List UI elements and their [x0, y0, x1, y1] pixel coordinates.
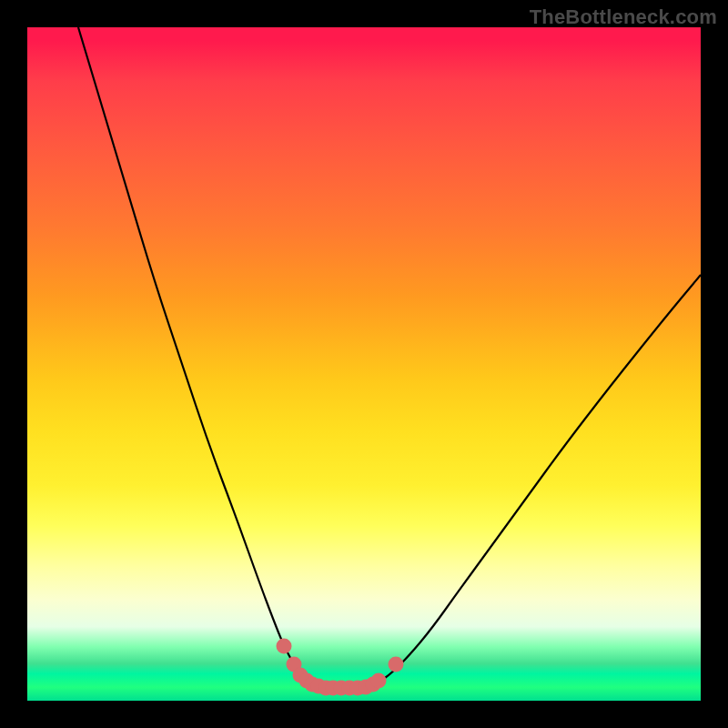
marker-point — [277, 639, 292, 654]
chart-svg — [27, 27, 701, 701]
curve-left — [78, 27, 350, 688]
frame: TheBottleneck.com — [0, 0, 728, 728]
curve-right — [350, 275, 701, 688]
marker-point — [389, 657, 404, 672]
marker-point — [371, 673, 387, 689]
trough-markers — [277, 639, 404, 696]
plot-area — [27, 27, 701, 701]
watermark-text: TheBottleneck.com — [530, 5, 717, 29]
